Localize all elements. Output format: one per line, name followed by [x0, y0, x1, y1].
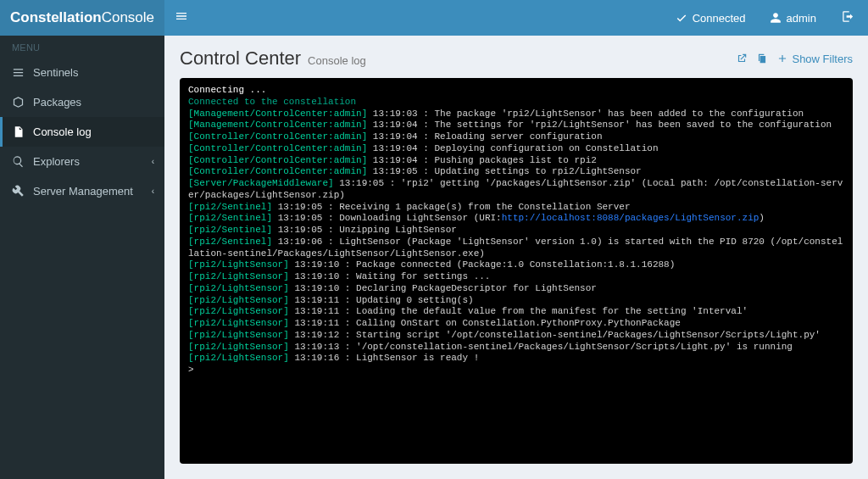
log-line: [rpi2/LightSensor] 13:19:10 : Declaring …: [188, 283, 844, 295]
chevron-left-icon: ‹: [152, 187, 154, 196]
packages-icon: [12, 96, 25, 109]
log-line: [rpi2/Sentinel] 13:19:06 : LightSensor (…: [188, 237, 844, 260]
log-line: [rpi2/LightSensor] 13:19:16 : LightSenso…: [188, 353, 844, 365]
sidebar-item-packages[interactable]: Packages: [0, 87, 164, 117]
log-line: [Controller/ControlCenter:admin] 13:19:0…: [188, 131, 844, 143]
logout-icon: [842, 10, 854, 23]
user-menu[interactable]: admin: [758, 12, 828, 25]
copy-icon: [756, 53, 768, 64]
log-line: Connecting ...: [188, 85, 844, 97]
sidebar-item-sentinels[interactable]: Sentinels: [0, 58, 164, 87]
hamburger-icon: [175, 9, 188, 23]
brand-light: Console: [102, 9, 154, 25]
log-line: [rpi2/Sentinel] 13:19:05 : Downloading L…: [188, 213, 844, 225]
log-line: [rpi2/LightSensor] 13:19:11 : Calling On…: [188, 318, 844, 330]
hamburger-button[interactable]: [164, 9, 198, 26]
menu-header: MENU: [0, 36, 164, 58]
log-line: [Management/ControlCenter:admin] 13:19:0…: [188, 120, 844, 131]
log-line: [rpi2/LightSensor] 13:19:10 : Package co…: [188, 259, 844, 271]
external-link-icon: [736, 53, 748, 64]
page-subtitle: Console log: [308, 54, 366, 67]
search-icon: [12, 155, 25, 168]
sidebar-item-explorers[interactable]: Explorers ‹: [0, 147, 164, 176]
user-icon: [770, 12, 782, 24]
plus-icon: [776, 53, 788, 64]
log-line: [Server/PackageMiddleware] 13:19:05 : 'r…: [188, 178, 844, 202]
download-link[interactable]: http://localhost:8088/packages/LightSens…: [502, 213, 760, 223]
connection-status: Connected: [664, 12, 758, 25]
log-line: [Controller/ControlCenter:admin] 13:19:0…: [188, 166, 844, 178]
content-area: Control Center Console log Show Filters …: [164, 36, 868, 479]
list-icon: [12, 66, 25, 79]
sidebar: MENU Sentinels Packages Console log Expl…: [0, 36, 164, 479]
log-line: >: [188, 365, 844, 376]
log-line: [Controller/ControlCenter:admin] 13:19:0…: [188, 143, 844, 155]
log-line: [rpi2/LightSensor] 13:19:12 : Starting s…: [188, 330, 844, 342]
page-title: Control Center: [180, 47, 301, 70]
content-header: Control Center Console log Show Filters: [180, 47, 853, 70]
log-line: Connected to the constellation: [188, 97, 844, 109]
sidebar-item-console-log[interactable]: Console log: [0, 117, 164, 147]
log-line: [Controller/ControlCenter:admin] 13:19:0…: [188, 155, 844, 167]
log-line: [Management/ControlCenter:admin] 13:19:0…: [188, 109, 844, 120]
toolbar: Show Filters: [736, 53, 853, 65]
chevron-left-icon: ‹: [152, 157, 154, 166]
sidebar-item-server-management[interactable]: Server Management ‹: [0, 176, 164, 206]
log-line: [rpi2/LightSensor] 13:19:11 : Updating 0…: [188, 295, 844, 307]
status-text: Connected: [693, 12, 746, 25]
sidebar-item-label: Explorers: [33, 155, 80, 168]
sidebar-item-label: Packages: [33, 96, 81, 109]
topbar: ConstellationConsole Connected admin: [0, 0, 868, 36]
file-icon: [12, 125, 25, 138]
sidebar-item-label: Console log: [33, 125, 92, 138]
console-output: Connecting ...Connected to the constella…: [180, 78, 853, 464]
log-line: [rpi2/LightSensor] 13:19:13 : '/opt/cons…: [188, 342, 844, 354]
log-line: [rpi2/Sentinel] 13:19:05 : Unzipping Lig…: [188, 225, 844, 237]
show-filters-label: Show Filters: [792, 53, 853, 65]
sidebar-item-label: Sentinels: [33, 66, 78, 79]
check-icon: [676, 12, 687, 24]
brand-logo[interactable]: ConstellationConsole: [0, 0, 164, 36]
show-filters-button[interactable]: Show Filters: [776, 53, 853, 65]
logout-button[interactable]: [828, 10, 868, 26]
log-line: [rpi2/Sentinel] 13:19:05 : Receiving 1 p…: [188, 202, 844, 214]
sidebar-item-label: Server Management: [33, 185, 133, 198]
username: admin: [787, 12, 816, 25]
external-link-button[interactable]: [736, 53, 748, 64]
log-line: [rpi2/LightSensor] 13:19:11 : Loading th…: [188, 306, 844, 318]
log-line: [rpi2/LightSensor] 13:19:10 : Waiting fo…: [188, 271, 844, 283]
copy-button[interactable]: [756, 53, 768, 64]
wrench-icon: [12, 185, 25, 198]
brand-bold: Constellation: [10, 9, 102, 25]
